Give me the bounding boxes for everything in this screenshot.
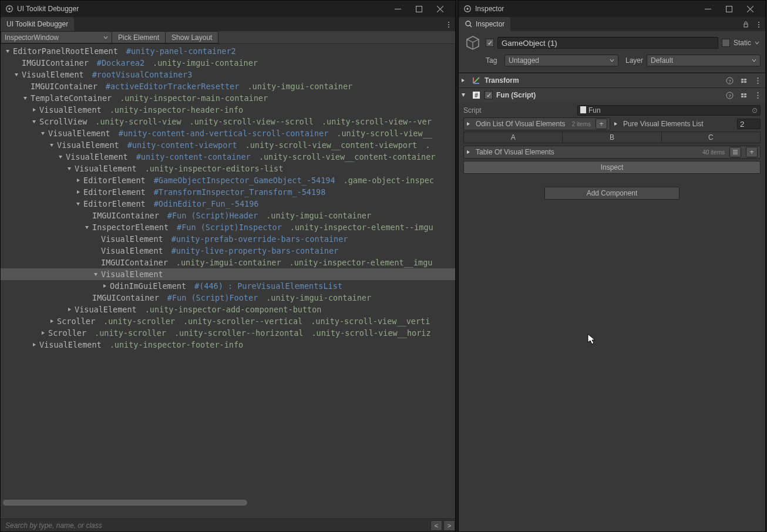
tree-row[interactable]: IMGUIContainer#Fun (Script)Footer.unity-… bbox=[1, 292, 455, 304]
tree-row[interactable]: TemplateContainer.unity-inspector-main-c… bbox=[1, 92, 455, 104]
caret-icon[interactable] bbox=[92, 271, 99, 278]
caret-icon[interactable] bbox=[31, 106, 38, 113]
show-layout-button[interactable]: Show Layout bbox=[166, 31, 218, 43]
gameobject-icon[interactable] bbox=[463, 33, 482, 52]
caret-icon[interactable] bbox=[4, 48, 11, 55]
tree-row[interactable]: VisualElement.unity-inspector-footer-inf… bbox=[1, 339, 455, 351]
item-count: 2 items bbox=[572, 121, 591, 127]
help-icon[interactable]: ? bbox=[724, 90, 735, 100]
target-window-dropdown[interactable]: InspectorWindow bbox=[1, 31, 112, 43]
component-menu-icon[interactable] bbox=[752, 75, 763, 86]
caret-icon[interactable] bbox=[48, 318, 55, 325]
caret-icon[interactable] bbox=[57, 153, 64, 160]
tree-row[interactable]: IMGUIContainer#Dockarea2.unity-imgui-con… bbox=[1, 57, 455, 69]
tab-inspector[interactable]: Inspector bbox=[459, 17, 510, 31]
object-picker-icon[interactable]: ⊙ bbox=[752, 106, 758, 115]
tree-row[interactable]: InspectorElement#Fun (Script)Inspector.u… bbox=[1, 221, 455, 233]
tree-row[interactable]: VisualElement bbox=[1, 268, 455, 280]
add-button[interactable]: + bbox=[746, 147, 758, 157]
caret-icon[interactable] bbox=[13, 71, 20, 78]
foldout-icon[interactable] bbox=[461, 76, 468, 85]
element-tree[interactable]: EditorPanelRootElement#unity-panel-conta… bbox=[1, 44, 455, 518]
caret-icon[interactable] bbox=[48, 142, 55, 149]
table-header[interactable]: Table Of Visual Elements 40 items + bbox=[463, 146, 761, 159]
tab-debugger[interactable]: UI Toolkit Debugger bbox=[1, 17, 74, 31]
preset-icon[interactable] bbox=[738, 90, 749, 100]
pure-list-count-input[interactable] bbox=[737, 119, 761, 129]
foldout-icon[interactable] bbox=[466, 120, 472, 128]
caret-icon[interactable] bbox=[83, 224, 90, 231]
caret-icon[interactable] bbox=[31, 118, 38, 125]
gameobject-name-input[interactable] bbox=[497, 37, 718, 49]
help-icon[interactable]: ? bbox=[724, 75, 735, 86]
horizontal-scrollbar[interactable] bbox=[3, 500, 447, 507]
foldout-icon[interactable] bbox=[614, 120, 621, 128]
caret-icon[interactable] bbox=[39, 329, 46, 336]
tree-row[interactable]: VisualElement.unity-inspector-add-compon… bbox=[1, 304, 455, 315]
tree-row[interactable]: EditorElement#GameObjectInspector_GameOb… bbox=[1, 174, 455, 186]
caret-icon[interactable] bbox=[101, 282, 108, 289]
tree-row[interactable]: VisualElement#unity-content-viewport.uni… bbox=[1, 139, 455, 151]
gameobject-enabled-checkbox[interactable] bbox=[486, 39, 494, 47]
maximize-button[interactable] bbox=[408, 1, 429, 16]
pick-element-button[interactable]: Pick Element bbox=[112, 31, 166, 43]
script-object-field[interactable]: Fun ⊙ bbox=[577, 105, 761, 116]
tree-row[interactable]: Scroller.unity-scroller.unity-scroller--… bbox=[1, 315, 455, 327]
caret-icon[interactable] bbox=[75, 200, 82, 207]
lock-button[interactable] bbox=[739, 18, 752, 31]
tab-c[interactable]: C bbox=[662, 132, 760, 143]
search-input[interactable] bbox=[1, 521, 429, 530]
tree-token-name: ScrollView bbox=[39, 117, 87, 126]
tab-b[interactable]: B bbox=[563, 132, 661, 143]
tree-row[interactable]: EditorElement#OdinEditor_Fun_-54196 bbox=[1, 198, 455, 210]
caret-icon[interactable] bbox=[39, 130, 46, 137]
inspect-button[interactable]: Inspect bbox=[463, 161, 761, 174]
tree-row[interactable]: VisualElement#unity-live-property-bars-c… bbox=[1, 245, 455, 257]
tree-row[interactable]: VisualElement.unity-inspector-editors-li… bbox=[1, 163, 455, 174]
caret-icon[interactable] bbox=[75, 177, 82, 184]
preset-icon[interactable] bbox=[738, 75, 749, 86]
maximize-button[interactable] bbox=[718, 1, 739, 16]
tree-row[interactable]: ScrollView.unity-scroll-view.unity-scrol… bbox=[1, 116, 455, 127]
tree-row[interactable]: VisualElement#unity-content-container.un… bbox=[1, 151, 455, 163]
component-menu-icon[interactable] bbox=[752, 90, 763, 100]
add-component-button[interactable]: Add Component bbox=[544, 187, 679, 200]
add-button[interactable]: + bbox=[596, 119, 607, 129]
tree-row[interactable]: VisualElement#unity-content-and-vertical… bbox=[1, 127, 455, 139]
script-file-icon bbox=[580, 106, 586, 115]
tab-menu-button[interactable] bbox=[442, 18, 455, 31]
minimize-button[interactable] bbox=[387, 1, 408, 16]
tag-dropdown[interactable]: Untagged bbox=[504, 55, 618, 66]
odin-list-header[interactable]: Odin List Of Visual Elements 2 items + bbox=[463, 117, 610, 130]
foldout-icon[interactable] bbox=[466, 148, 472, 156]
caret-icon[interactable] bbox=[66, 306, 73, 313]
tree-row[interactable]: Scroller.unity-scroller.unity-scroller--… bbox=[1, 327, 455, 339]
layer-dropdown[interactable]: Default bbox=[647, 55, 761, 66]
tree-row[interactable]: VisualElement#unity-prefab-override-bars… bbox=[1, 233, 455, 245]
tab-a[interactable]: A bbox=[464, 132, 563, 143]
prev-button[interactable]: < bbox=[430, 520, 442, 531]
caret-icon[interactable] bbox=[75, 188, 82, 196]
close-button[interactable] bbox=[739, 1, 761, 16]
next-button[interactable]: > bbox=[443, 520, 455, 531]
component-enabled-checkbox[interactable] bbox=[485, 91, 493, 99]
static-checkbox[interactable] bbox=[722, 39, 730, 47]
tree-row[interactable]: VisualElement.unity-inspector-header-inf… bbox=[1, 104, 455, 116]
close-button[interactable] bbox=[429, 1, 450, 16]
static-dropdown-arrow[interactable] bbox=[755, 39, 761, 47]
tree-row[interactable]: EditorElement#TransformInspector_Transfo… bbox=[1, 186, 455, 198]
foldout-icon[interactable] bbox=[461, 91, 468, 99]
caret-icon[interactable] bbox=[22, 95, 29, 102]
tree-row[interactable]: VisualElement#rootVisualContainer3 bbox=[1, 69, 455, 80]
tree-row[interactable]: IMGUIContainer#Fun (Script)Header.unity-… bbox=[1, 210, 455, 221]
tree-row[interactable]: IMGUIContainer#activeEditorTrackerResett… bbox=[1, 80, 455, 92]
svg-rect-17 bbox=[744, 24, 748, 27]
tree-row[interactable]: EditorPanelRootElement#unity-panel-conta… bbox=[1, 45, 455, 57]
caret-icon[interactable] bbox=[31, 341, 38, 348]
list-view-button[interactable] bbox=[729, 147, 741, 157]
caret-icon[interactable] bbox=[66, 165, 73, 172]
tab-menu-button[interactable] bbox=[752, 18, 765, 31]
tree-row[interactable]: IMGUIContainer.unity-imgui-container.uni… bbox=[1, 257, 455, 268]
tree-row[interactable]: OdinImGuiElement#(446) : PureVisualEleme… bbox=[1, 280, 455, 292]
minimize-button[interactable] bbox=[697, 1, 718, 16]
